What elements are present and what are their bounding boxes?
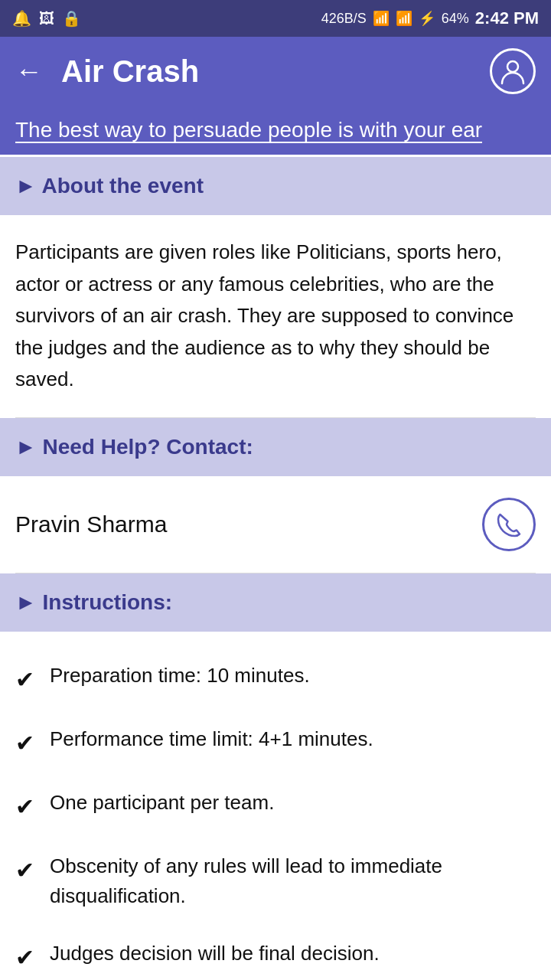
instructions-header: ► Instructions: [0,573,551,632]
checkmark-5: ✔ [15,940,34,975]
instructions-list: ✔ Preparation time: 10 minutes. ✔ Perfor… [0,632,551,980]
instruction-text-3: One participant per team. [50,788,274,818]
instruction-item-5: ✔ Judges decision will be final decision… [15,925,536,980]
checkmark-1: ✔ [15,662,34,697]
status-left: 🔔 🖼 🔒 [12,9,81,28]
network-speed: 426B/S [321,11,367,27]
checkmark-2: ✔ [15,726,34,760]
phone-icon [495,511,523,538]
app-bar-title: Air Crash [61,54,199,89]
status-time: 2:42 PM [475,8,539,28]
contact-name: Pravin Sharma [15,511,167,537]
about-event-header: ► About the event [0,157,551,215]
instruction-text-4: Obscenity of any rules will lead to imme… [50,851,536,911]
phone-button[interactable] [482,498,536,551]
status-right: 426B/S 📶 📶 ⚡ 64% 2:42 PM [321,8,539,28]
app-bar-left: ← Air Crash [15,54,199,89]
instruction-item-1: ✔ Preparation time: 10 minutes. [15,647,536,710]
back-button[interactable]: ← [15,55,43,87]
instruction-text-1: Preparation time: 10 minutes. [50,661,310,691]
quote-banner: The best way to persuade people is with … [0,106,551,157]
lock-icon: 🔒 [62,9,81,28]
instruction-item-3: ✔ One participant per team. [15,774,536,838]
quote-text: The best way to persuade people is with … [15,118,482,142]
instruction-text-2: Performance time limit: 4+1 minutes. [50,724,373,754]
about-event-text: Participants are given roles like Politi… [15,240,514,390]
instruction-item-2: ✔ Performance time limit: 4+1 minutes. [15,710,536,774]
contact-area: Pravin Sharma [0,476,551,573]
battery-level: 64% [442,11,469,27]
app-bar: ← Air Crash [0,37,551,106]
instruction-item-4: ✔ Obscenity of any rules will lead to im… [15,838,536,925]
instruction-text-5: Judges decision will be final decision. [50,939,380,969]
quote-underline-text: The best way to persuade people is with … [15,118,482,143]
svg-point-0 [507,61,518,72]
battery-icon: ⚡ [419,10,435,27]
wifi-icon: 📶 [373,10,390,27]
person-icon [499,57,527,85]
image-icon: 🖼 [39,10,54,28]
notification-icon: 🔔 [12,9,31,28]
need-help-header: ► Need Help? Contact: [0,418,551,476]
checkmark-4: ✔ [15,853,34,887]
status-bar: 🔔 🖼 🔒 426B/S 📶 📶 ⚡ 64% 2:42 PM [0,0,551,37]
about-event-body: Participants are given roles like Politi… [0,215,551,417]
signal-icon: 📶 [396,10,412,27]
checkmark-3: ✔ [15,789,34,824]
profile-icon-button[interactable] [490,48,536,94]
